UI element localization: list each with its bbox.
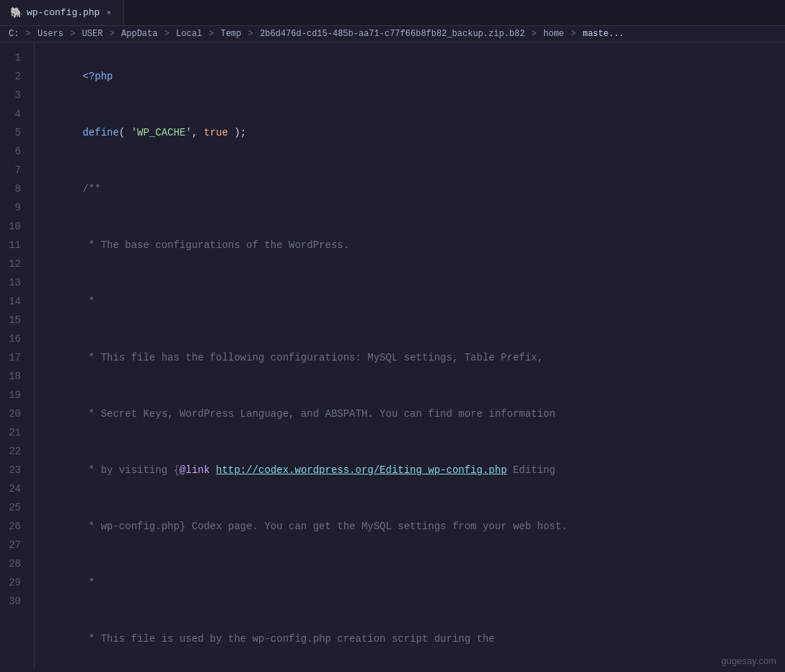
watermark: gugesay.com	[722, 655, 776, 666]
code-line: *	[46, 554, 785, 611]
php-icon: 🐘	[10, 6, 22, 19]
code-line: * This file has the following configurat…	[46, 330, 785, 386]
code-line: <?php	[46, 48, 785, 105]
tab-wp-config[interactable]: 🐘 wp-config.php ×	[0, 0, 124, 25]
tab-bar: 🐘 wp-config.php ×	[0, 0, 785, 26]
code-area[interactable]: <?php define( 'WP_CACHE', true ); /** * …	[35, 43, 785, 670]
code-line: /**	[46, 161, 785, 217]
code-line: *	[46, 273, 785, 330]
line-numbers: 1 2 3 4 5 6 7 8 9 10 11 12 13 14 15 16 1…	[0, 43, 35, 670]
code-line: define( 'WP_CACHE', true );	[46, 105, 785, 161]
code-line: * by visiting {@link http://codex.wordpr…	[46, 442, 785, 498]
code-line: * This file is used by the wp-config.php…	[46, 611, 785, 667]
editor: 1 2 3 4 5 6 7 8 9 10 11 12 13 14 15 16 1…	[0, 43, 785, 670]
code-line: * The base configurations of the WordPre…	[46, 217, 785, 273]
tab-close-button[interactable]: ×	[104, 7, 113, 19]
code-line: * installation. You don't have to use th…	[46, 667, 785, 670]
code-line: * Secret Keys, WordPress Language, and A…	[46, 386, 785, 442]
code-line: * wp-config.php} Codex page. You can get…	[46, 498, 785, 554]
tab-label: wp-config.php	[27, 7, 100, 18]
breadcrumb: C: > Users > USER > AppData > Local > Te…	[0, 26, 785, 43]
